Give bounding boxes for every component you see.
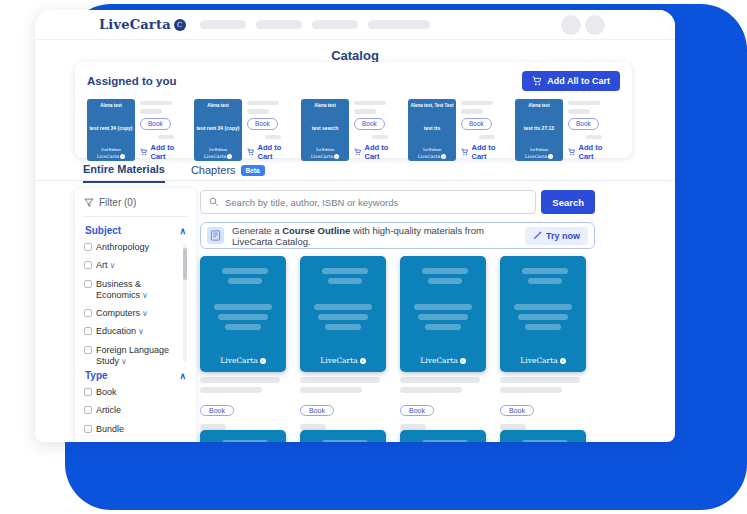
avatar[interactable] (585, 15, 605, 35)
book-cover[interactable]: LiveCartac (200, 256, 286, 372)
book-cover[interactable] (300, 430, 386, 442)
nav-placeholder-pill (312, 20, 358, 29)
filter-option-bundle[interactable]: Bundle (84, 424, 187, 435)
cover-placeholder-bar (422, 440, 468, 442)
option-label: Business & Economics (96, 279, 141, 300)
book-author: Alena test, Test Test (410, 103, 453, 109)
filter-option-computers[interactable]: Computers∨ (84, 308, 180, 319)
book-edition: 2nd Edition (101, 147, 121, 152)
book-type-badge: Book (140, 118, 171, 130)
checkbox[interactable] (84, 309, 92, 317)
cover-brand: LiveCartac (204, 154, 232, 159)
top-navigation-bar: LiveCarta C (35, 10, 675, 40)
catalog-item: LiveCartac Book (300, 256, 386, 430)
filter-header[interactable]: Filter (0) (84, 197, 187, 208)
book-cover[interactable]: Alena test test rent 34 (copy) 1st Editi… (194, 99, 242, 161)
chevron-down-icon[interactable]: ∨ (142, 291, 148, 300)
book-cover[interactable]: LiveCartac (300, 256, 386, 372)
catalog-grid: LiveCartac Book LiveCartac Book (200, 256, 586, 430)
book-cover[interactable]: LiveCartac (400, 256, 486, 372)
option-label: Book (96, 387, 117, 398)
chevron-down-icon[interactable]: ∨ (138, 327, 144, 336)
book-type-badge: Book (400, 405, 434, 416)
chevron-down-icon[interactable]: ∨ (110, 261, 116, 270)
livecarta-logo-icon: c (560, 358, 566, 364)
filter-option-business-economics[interactable]: Business & Economics∨ (84, 279, 180, 302)
cart-icon (354, 148, 362, 156)
placeholder-bar (400, 387, 462, 393)
browser-window: LiveCarta C Catalog Assigned to you Add … (35, 10, 675, 442)
book-cover[interactable]: Alena test, Test Test test tts 1st Editi… (408, 99, 456, 161)
cover-placeholder-bar (414, 304, 472, 310)
section-label: Type (85, 370, 108, 381)
cover-placeholder-bar (518, 314, 568, 320)
filter-option-education[interactable]: Education∨ (84, 326, 180, 337)
livecarta-logo-icon: c (227, 154, 232, 159)
book-title: test tts (424, 125, 440, 132)
option-label: Article (96, 405, 121, 416)
scrollbar-track[interactable] (183, 244, 187, 362)
add-to-cart-link[interactable]: Add to Cart (461, 143, 510, 161)
book-edition: 1st Edition (209, 147, 228, 152)
add-to-cart-link[interactable]: Add to Cart (140, 143, 189, 161)
placeholder-bar (247, 101, 279, 105)
checkbox[interactable] (84, 280, 92, 288)
book-cover[interactable]: Alena test test tts 27.13 1st Edition Li… (515, 99, 563, 161)
cover-placeholder-bar (522, 268, 568, 274)
filter-option-article[interactable]: Article (84, 405, 187, 416)
magic-wand-icon (533, 231, 542, 240)
add-all-to-cart-button[interactable]: Add All to Cart (522, 71, 620, 91)
livecarta-logo[interactable]: LiveCarta C (99, 17, 186, 32)
book-cover[interactable]: Alena test test rent 34 (copy) 2nd Editi… (87, 99, 135, 161)
chevron-down-icon[interactable]: ∨ (121, 357, 127, 366)
checkbox[interactable] (84, 425, 92, 433)
chevron-down-icon[interactable]: ∨ (142, 309, 148, 318)
checkbox[interactable] (84, 388, 92, 396)
checkbox[interactable] (84, 346, 92, 354)
book-cover[interactable] (200, 430, 286, 442)
filter-section-subject[interactable]: Subject ∧ (85, 225, 186, 236)
try-now-button[interactable]: Try now (525, 227, 588, 245)
placeholder-bar (300, 377, 380, 383)
search-input[interactable] (225, 197, 527, 208)
filter-section-type[interactable]: Type ∧ (85, 370, 186, 381)
chevron-up-icon: ∧ (179, 371, 186, 381)
divider (35, 180, 675, 181)
livecarta-logo-icon: c (260, 358, 266, 364)
book-cover[interactable]: LiveCartac (500, 256, 586, 372)
cover-placeholder-bar (514, 304, 572, 310)
checkbox[interactable] (84, 261, 92, 269)
checkbox[interactable] (84, 406, 92, 414)
option-label: Foreign Language Study (96, 345, 169, 366)
book-cover[interactable] (400, 430, 486, 442)
search-box[interactable] (200, 190, 536, 214)
add-to-cart-link[interactable]: Add to Cart (354, 143, 403, 161)
livecarta-logo-icon: c (548, 154, 553, 159)
assigned-book-card: Alena test test search 1st Edition LiveC… (301, 99, 403, 161)
cover-brand: LiveCartac (311, 154, 339, 159)
book-author: Alena test (100, 103, 122, 109)
filter-option-anthropology[interactable]: Anthropology (84, 242, 180, 253)
search-button[interactable]: Search (541, 190, 595, 214)
scrollbar-thumb[interactable] (183, 248, 187, 280)
filter-option-book[interactable]: Book (84, 387, 187, 398)
livecarta-logo-icon: c (441, 154, 446, 159)
add-to-cart-link[interactable]: Add to Cart (568, 143, 617, 161)
checkbox[interactable] (84, 327, 92, 335)
book-edition: 1st Edition (316, 147, 335, 152)
livecarta-logo-icon: c (360, 358, 366, 364)
cover-placeholder-bar (525, 324, 561, 330)
cover-brand: LiveCartac (200, 356, 286, 365)
catalog-grid-row-2 (200, 430, 586, 442)
checkbox[interactable] (84, 243, 92, 251)
book-cover[interactable]: Alena test test search 1st Edition LiveC… (301, 99, 349, 161)
book-type-badge: Book (300, 405, 334, 416)
book-cover[interactable] (500, 430, 586, 442)
book-type-badge: Book (247, 118, 278, 130)
filter-option-foreign-language-study[interactable]: Foreign Language Study∨ (84, 345, 180, 367)
filter-option-art[interactable]: Art∨ (84, 260, 180, 271)
cover-brand: LiveCartac (97, 154, 125, 159)
cover-placeholder-bar (214, 304, 272, 310)
add-to-cart-link[interactable]: Add to Cart (247, 143, 296, 161)
avatar[interactable] (561, 15, 581, 35)
